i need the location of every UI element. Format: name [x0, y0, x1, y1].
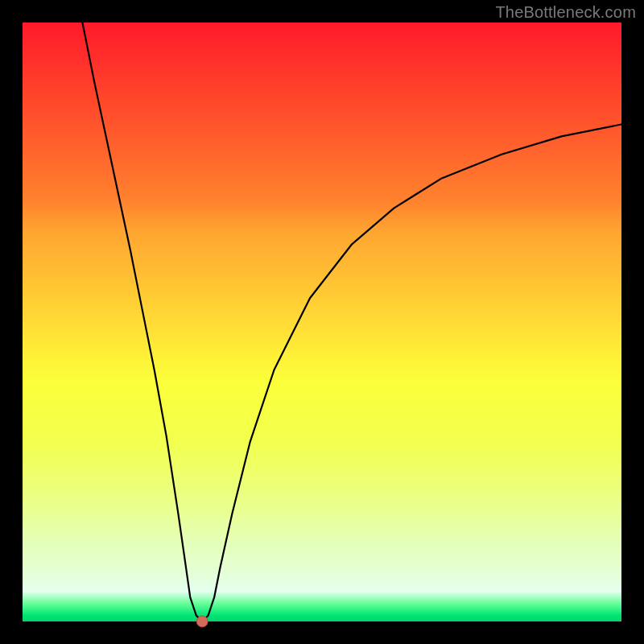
chart-svg	[23, 23, 621, 621]
min-point-marker	[196, 616, 208, 627]
chart-plot-area	[23, 23, 621, 621]
chart-frame: TheBottleneck.com	[0, 0, 644, 644]
watermark-text: TheBottleneck.com	[495, 3, 636, 22]
bottleneck-curve	[82, 23, 621, 621]
